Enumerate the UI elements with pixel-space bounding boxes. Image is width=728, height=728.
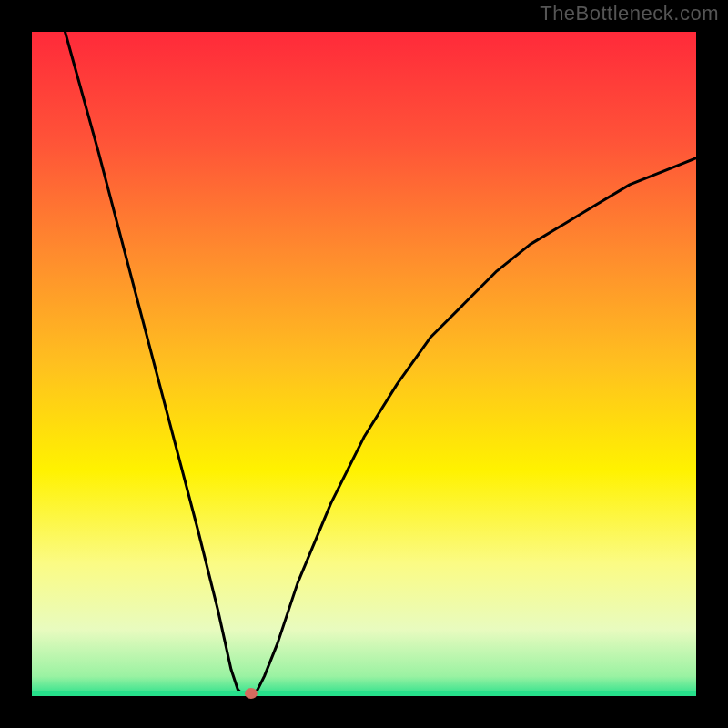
plot-background bbox=[32, 32, 696, 696]
minimum-marker bbox=[245, 688, 258, 699]
chart-container: TheBottleneck.com bbox=[0, 0, 728, 728]
watermark-text: TheBottleneck.com bbox=[540, 2, 719, 25]
bottleneck-chart bbox=[0, 0, 728, 728]
baseline-bar bbox=[32, 691, 696, 696]
